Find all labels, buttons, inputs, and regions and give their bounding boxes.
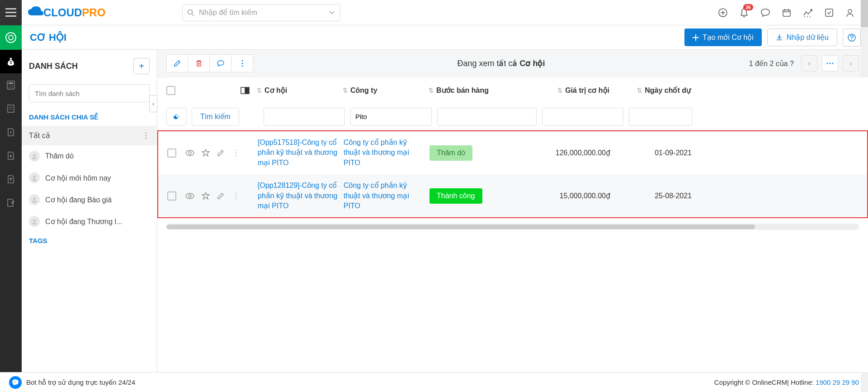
logo[interactable]: CLOUDPRO [27, 6, 105, 19]
viewing-label: Đang xem tất cả Cơ hội [457, 58, 545, 68]
svg-point-15 [9, 35, 13, 40]
svg-point-24 [10, 86, 11, 86]
iconbar-receipt[interactable] [0, 97, 22, 120]
more-button[interactable] [231, 54, 253, 72]
row-more-icon[interactable] [235, 192, 237, 200]
bell-icon[interactable]: 36 [740, 8, 749, 18]
create-button-label: Tạo mới Cơ hội [703, 33, 754, 42]
cell-value: 15,000,000.00₫ [533, 191, 619, 200]
svg-point-37 [241, 60, 243, 62]
edit-button[interactable] [166, 54, 188, 72]
iconbar-invoice[interactable]: $ [0, 120, 22, 144]
sidebar-item[interactable]: Cơ hội mới hôm nay [22, 167, 157, 189]
iconbar-calculator[interactable] [0, 73, 22, 97]
svg-point-19 [851, 39, 852, 40]
svg-rect-29 [8, 105, 14, 112]
logo-pro-text: PRO [82, 6, 105, 19]
row-more-icon[interactable] [235, 149, 237, 157]
messenger-icon[interactable] [9, 376, 22, 389]
create-opportunity-button[interactable]: Tạo mới Cơ hội [684, 29, 762, 46]
svg-point-42 [832, 63, 834, 64]
sidebar: DANH SÁCH + DANH SÁCH CHIA SẺ Tất cả⋮Thă… [22, 50, 157, 372]
global-search[interactable]: Nhập để tìm kiếm [182, 4, 340, 21]
pencil-icon[interactable] [217, 192, 224, 200]
iconbar-moneybag[interactable]: $ [0, 50, 22, 73]
cell-stage: Thành công [429, 188, 533, 204]
sidebar-item[interactable]: Thăm dò [22, 145, 157, 167]
avatar-icon [29, 216, 40, 227]
search-placeholder: Nhập để tìm kiếm [199, 8, 257, 17]
hamburger-menu[interactable] [0, 0, 22, 25]
next-page-button[interactable]: › [843, 55, 859, 72]
item-menu-icon[interactable]: ⋮ [142, 131, 150, 140]
svg-point-49 [236, 155, 237, 156]
more-page-button[interactable] [822, 55, 838, 72]
cell-company[interactable]: Công ty cổ phần kỹ thuật và thương mại P… [344, 181, 429, 211]
col-value[interactable]: ⇅Giá trị cơ hội [533, 86, 618, 95]
target-icon [0, 25, 22, 50]
svg-text:$: $ [9, 60, 12, 65]
svg-rect-22 [9, 82, 13, 84]
iconbar-upload[interactable] [0, 167, 22, 191]
hotline-link[interactable]: 1900 29 29 90 [816, 378, 859, 386]
topbar: CLOUDPRO Nhập để tìm kiếm 36 [0, 0, 868, 25]
svg-point-14 [6, 33, 16, 43]
chevron-down-icon [329, 11, 335, 14]
bot-text: Bot hỗ trợ sử dụng trực tuyến 24/24 [26, 378, 135, 387]
star-icon[interactable] [202, 149, 210, 157]
avatar-icon [29, 194, 40, 205]
sidebar-item[interactable]: Tất cả⋮ [22, 126, 157, 145]
module-title: CƠ HỘI [30, 32, 66, 43]
svg-point-27 [10, 87, 11, 88]
eye-icon[interactable] [185, 193, 194, 199]
col-opportunity[interactable]: ⇅Cơ hội [257, 86, 343, 95]
svg-rect-12 [826, 9, 833, 16]
add-icon[interactable] [718, 8, 728, 18]
comment-button[interactable] [210, 54, 231, 72]
svg-point-26 [9, 87, 9, 88]
sidebar-list-title: DANH SÁCH [29, 62, 78, 71]
import-button[interactable]: Nhập dữ liệu [767, 29, 837, 46]
cell-company[interactable]: Công ty cổ phần kỹ thuật và thương mại P… [344, 138, 429, 168]
sidebar-item[interactable]: Cơ hội đang Thương l... [22, 210, 157, 232]
calendar-icon[interactable] [782, 8, 791, 17]
avatar-icon [29, 172, 40, 183]
col-close-date[interactable]: ⇅Ngày chốt dự [618, 86, 691, 95]
star-icon[interactable] [202, 192, 210, 200]
sidebar-search-input[interactable] [29, 84, 150, 102]
pencil-icon[interactable] [217, 149, 224, 157]
svg-point-51 [236, 192, 237, 194]
svg-point-0 [188, 10, 193, 14]
filter-search-button[interactable]: Tìm kiếm [192, 108, 239, 126]
row-checkbox[interactable] [167, 191, 176, 201]
delete-button[interactable] [188, 54, 210, 72]
select-all-checkbox[interactable] [166, 86, 175, 95]
prev-page-button[interactable]: ‹ [801, 55, 817, 72]
col-company[interactable]: ⇅Công ty [343, 86, 429, 95]
add-list-button[interactable]: + [133, 58, 150, 74]
filter-date-input[interactable] [629, 108, 692, 126]
iconbar-download[interactable] [0, 144, 22, 167]
eye-icon[interactable] [185, 150, 194, 156]
cell-opportunity[interactable]: [Opp128129]-Công ty cổ phần kỹ thuật và … [258, 181, 344, 211]
filter-stage-input[interactable] [437, 108, 537, 126]
analytics-icon[interactable] [803, 8, 813, 17]
collapse-sidebar-button[interactable]: ‹ [149, 95, 157, 112]
column-config-icon[interactable] [241, 86, 250, 95]
help-button[interactable] [843, 29, 861, 47]
horizontal-scrollbar[interactable] [166, 224, 859, 230]
filter-opportunity-input[interactable] [264, 108, 345, 126]
filter-value-input[interactable] [542, 108, 623, 126]
sidebar-item[interactable]: Cơ hội đang Báo giá [22, 189, 157, 210]
iconbar-edit-doc[interactable] [0, 191, 22, 215]
cell-opportunity[interactable]: [Opp517518]-Công ty cổ phần kỹ thuật và … [258, 138, 344, 168]
notification-badge: 36 [743, 4, 753, 10]
filter-company-input[interactable] [350, 108, 432, 126]
checkbox-icon[interactable] [825, 8, 834, 17]
col-stage[interactable]: ⇅Bước bán hàng [429, 86, 533, 95]
row-checkbox[interactable] [167, 148, 176, 158]
clear-filters-button[interactable] [166, 108, 186, 126]
module-header: CƠ HỘI Tạo mới Cơ hội Nhập dữ liệu [0, 25, 868, 50]
chat-icon[interactable] [760, 8, 770, 17]
user-icon[interactable] [845, 8, 854, 17]
